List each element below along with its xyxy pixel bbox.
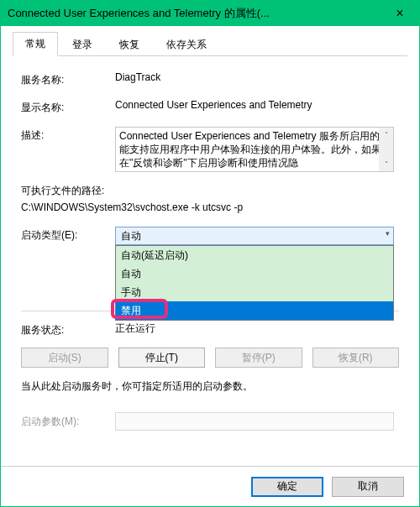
dialog-footer: 确定 取消 [1,466,419,506]
description-label: 描述: [21,127,115,143]
properties-dialog: Connected User Experiences and Telemetry… [0,0,420,507]
cancel-button[interactable]: 取消 [332,477,404,497]
startup-option-auto-delayed[interactable]: 自动(延迟启动) [116,246,393,264]
startup-type-selected[interactable]: 自动 ▾ [115,227,394,245]
tab-general[interactable]: 常规 [13,32,58,56]
exe-path-label: 可执行文件的路径: [21,184,399,198]
scroll-up-icon[interactable]: ˄ [379,128,393,142]
startup-option-manual[interactable]: 手动 [116,283,393,301]
resume-button[interactable]: 恢复(R) [312,348,400,368]
titlebar: Connected User Experiences and Telemetry… [1,1,419,26]
exe-path-value: C:\WINDOWS\System32\svchost.exe -k utcsv… [21,201,399,213]
tab-logon[interactable]: 登录 [60,33,105,56]
pause-button[interactable]: 暂停(P) [215,348,302,368]
client-area: 常规 登录 恢复 依存关系 服务名称: DiagTrack 显示名称: Conn… [1,26,419,447]
tab-recovery[interactable]: 恢复 [107,33,152,56]
description-textbox[interactable]: Connected User Experiences and Telemetry… [115,127,394,172]
start-params-label: 启动参数(M): [21,415,115,429]
close-icon[interactable]: × [387,6,412,21]
start-params-note: 当从此处启动服务时，你可指定所适用的启动参数。 [21,379,399,394]
display-name-value: Connected User Experiences and Telemetry [115,99,399,111]
startup-type-dropdown-list: 自动(延迟启动) 自动 手动 禁用 [115,245,394,321]
tab-pane-general: 服务名称: DiagTrack 显示名称: Connected User Exp… [13,56,407,447]
chevron-down-icon: ▾ [386,229,390,238]
description-text: Connected User Experiences and Telemetry… [119,130,390,169]
ok-button[interactable]: 确定 [251,477,323,497]
service-status-label: 服务状态: [21,321,115,337]
service-name-value: DiagTrack [115,71,399,83]
startup-type-label: 启动类型(E): [21,227,115,243]
startup-option-auto[interactable]: 自动 [116,264,393,283]
start-params-input[interactable] [115,412,394,431]
window-title: Connected User Experiences and Telemetry… [8,6,270,21]
service-status-value: 正在运行 [115,321,399,336]
display-name-label: 显示名称: [21,99,115,115]
tab-strip: 常规 登录 恢复 依存关系 [13,34,407,56]
startup-type-combobox[interactable]: 自动 ▾ 自动(延迟启动) 自动 手动 禁用 [115,227,394,245]
service-name-label: 服务名称: [21,71,115,87]
description-scrollbar[interactable]: ˄ ˅ [379,128,393,171]
stop-button[interactable]: 停止(T) [118,348,206,368]
startup-option-disabled[interactable]: 禁用 [116,301,393,320]
start-button[interactable]: 启动(S) [21,348,108,368]
service-control-buttons: 启动(S) 停止(T) 暂停(P) 恢复(R) [21,348,399,368]
tab-dependencies[interactable]: 依存关系 [154,33,219,56]
scroll-down-icon[interactable]: ˅ [379,157,393,171]
